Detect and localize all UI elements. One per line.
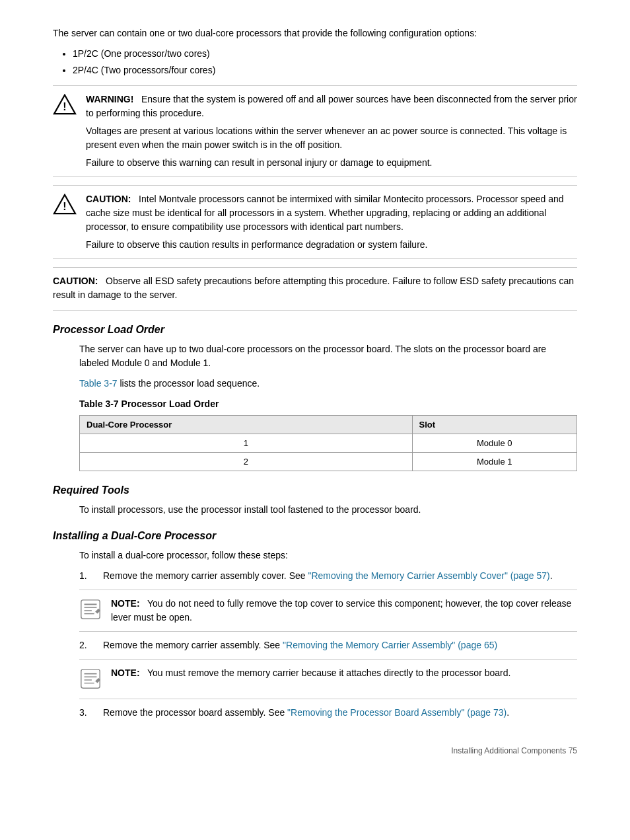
table-caption: Table 3-7 Processor Load Order (79, 397, 577, 411)
required-tools-body: To install processors, use the processor… (53, 503, 577, 517)
bullet-1p2c: 1P/2C (One processor/two cores) (73, 47, 577, 61)
table-row: 2 Module 1 (80, 453, 577, 471)
table-ref-link[interactable]: Table 3-7 (79, 378, 118, 389)
svg-rect-4 (81, 600, 100, 619)
note1-block: NOTE: You do not need to fully remove th… (79, 590, 577, 632)
table-cell-slot-2: Module 1 (412, 453, 577, 471)
table-cell-slot-1: Module 0 (412, 434, 577, 453)
processor-para1: The server can have up to two dual-core … (79, 342, 577, 370)
intro-bullets: 1P/2C (One processor/two cores) 2P/4C (T… (73, 47, 577, 77)
required-tools-heading: Required Tools (53, 484, 577, 496)
installing-para1: To install a dual-core processor, follow… (79, 549, 577, 562)
footer-text: Installing Additional Components 75 (451, 746, 577, 755)
note2-label: NOTE: (111, 668, 140, 678)
step-list-2: 2. Remove the memory carrier assembly. S… (79, 638, 577, 652)
processor-load-table: Dual-Core Processor Slot 1 Module 0 2 Mo… (79, 415, 577, 471)
step-2-link[interactable]: "Removing the Memory Carrier Assembly" (… (283, 640, 497, 650)
note2-text: NOTE: You must remove the memory carrier… (111, 666, 577, 680)
processor-load-order-body: The server can have up to two dual-core … (53, 342, 577, 471)
page-footer: Installing Additional Components 75 (53, 746, 577, 755)
table-row: 1 Module 0 (80, 434, 577, 453)
caution2-block: CAUTION: Observe all ESD safety precauti… (53, 267, 577, 302)
caution2-label: CAUTION: (53, 276, 98, 286)
caution1-content: CAUTION: Intel Montvale processors canno… (86, 192, 577, 252)
caution1-icon: ! (53, 194, 77, 217)
step-1-num: 1. (79, 569, 103, 583)
step-3-content: Remove the processor board assembly. See… (103, 706, 577, 720)
step-1-link[interactable]: "Removing the Memory Carrier Assembly Co… (308, 570, 549, 581)
warning-block: ! WARNING! Ensure that the system is pow… (53, 85, 577, 177)
installing-dual-core-heading: Installing a Dual-Core Processor (53, 530, 577, 542)
warning-text3: Failure to observe this warning can resu… (86, 156, 577, 170)
note1-label: NOTE: (111, 598, 140, 609)
note1-icon (79, 598, 102, 623)
note1-text: NOTE: You do not need to fully remove th… (111, 597, 577, 625)
caution1-text2: Failure to observe this caution results … (86, 238, 577, 252)
step-3: 3. Remove the processor board assembly. … (79, 706, 577, 720)
table-cell-processor-1: 1 (80, 434, 413, 453)
col-header-slot: Slot (412, 416, 577, 434)
required-tools-section: Required Tools To install processors, us… (53, 484, 577, 517)
caution1-block: ! CAUTION: Intel Montvale processors can… (53, 185, 577, 259)
warning-icon: ! (53, 94, 77, 117)
page-container: The server can contain one or two dual-c… (0, 0, 630, 795)
note2-icon (79, 668, 102, 692)
table-cell-processor-2: 2 (80, 453, 413, 471)
warning-text1: WARNING! Ensure that the system is power… (86, 93, 577, 120)
step-2: 2. Remove the memory carrier assembly. S… (79, 638, 577, 652)
installing-dual-core-section: Installing a Dual-Core Processor To inst… (53, 530, 577, 720)
table-header-row: Dual-Core Processor Slot (80, 416, 577, 434)
processor-load-order-heading: Processor Load Order (53, 324, 577, 336)
step-list-3: 3. Remove the processor board assembly. … (79, 706, 577, 720)
installing-dual-core-body: To install a dual-core processor, follow… (53, 549, 577, 720)
step-2-content: Remove the memory carrier assembly. See … (103, 638, 577, 652)
required-tools-para1: To install processors, use the processor… (79, 503, 577, 517)
divider-1 (53, 310, 577, 311)
caution1-text1: CAUTION: Intel Montvale processors canno… (86, 192, 577, 234)
warning-label: WARNING! (86, 94, 133, 104)
processor-load-order-section: Processor Load Order The server can have… (53, 324, 577, 471)
warning-text2: Voltages are present at various location… (86, 124, 577, 152)
step-list: 1. Remove the memory carrier assembly co… (79, 569, 577, 583)
caution1-label: CAUTION: (86, 194, 131, 204)
caution2-text1: CAUTION: Observe all ESD safety precauti… (53, 274, 577, 302)
note2-content: NOTE: You must remove the memory carrier… (111, 666, 577, 680)
col-header-processor: Dual-Core Processor (80, 416, 413, 434)
note1-content: NOTE: You do not need to fully remove th… (111, 597, 577, 625)
bullet-2p4c: 2P/4C (Two processors/four cores) (73, 63, 577, 77)
step-2-num: 2. (79, 638, 103, 652)
step-3-link[interactable]: "Removing the Processor Board Assembly" … (287, 707, 507, 718)
svg-text:!: ! (63, 201, 66, 212)
note2-block: NOTE: You must remove the memory carrier… (79, 659, 577, 699)
intro-para1: The server can contain one or two dual-c… (53, 26, 577, 40)
step-1: 1. Remove the memory carrier assembly co… (79, 569, 577, 583)
warning-content: WARNING! Ensure that the system is power… (86, 93, 577, 170)
caution1-inner: ! CAUTION: Intel Montvale processors can… (53, 185, 577, 259)
processor-table-ref: Table 3-7 lists the processor load seque… (79, 377, 577, 391)
svg-rect-11 (81, 669, 100, 688)
step-3-num: 3. (79, 706, 103, 720)
step-1-content: Remove the memory carrier assembly cover… (103, 569, 577, 583)
svg-text:!: ! (63, 101, 66, 112)
